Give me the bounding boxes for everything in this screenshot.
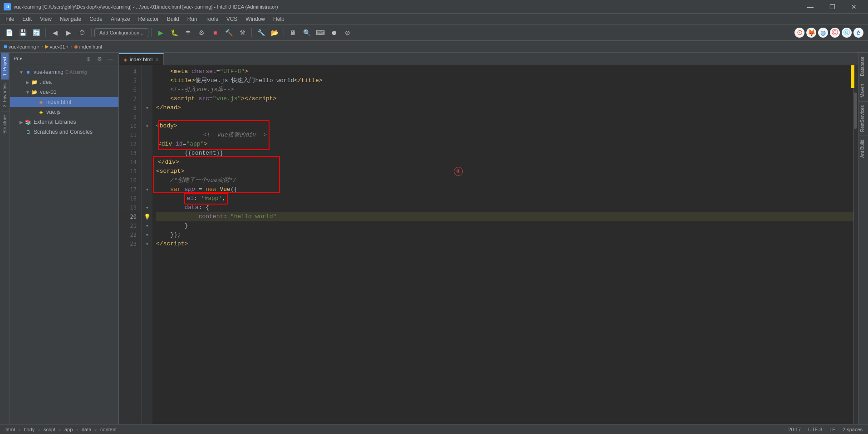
tree-item-idea[interactable]: ▶ 📁 .idea — [10, 77, 118, 87]
terminal2-button[interactable]: ⌨ — [314, 26, 327, 39]
menu-view[interactable]: View — [36, 15, 55, 23]
status-encoding[interactable]: UTF-8 — [806, 427, 824, 432]
fold-arrow-23[interactable]: ▾ — [146, 242, 148, 246]
scroll-thumb[interactable] — [853, 93, 857, 129]
favorites-panel-tab[interactable]: 2: Favorites — [1, 79, 9, 111]
fold-arrow-17[interactable]: ▾ — [146, 187, 148, 192]
firefox-icon[interactable]: 🦊 — [806, 28, 816, 38]
gutter-19[interactable]: ▾ — [142, 203, 152, 212]
no-entry-button[interactable]: ⊘ — [341, 26, 354, 39]
nav-file[interactable]: ◈ index.html — [74, 44, 102, 50]
settings-button[interactable]: 🔧 — [255, 26, 267, 39]
gutter-10[interactable]: ▾ — [142, 122, 152, 131]
run-config-button[interactable]: ⚙ — [195, 26, 208, 39]
status-content[interactable]: content — [98, 427, 118, 432]
status-script[interactable]: script — [42, 427, 57, 432]
status-data[interactable]: data — [80, 427, 93, 432]
forward-button[interactable]: ▶ — [62, 26, 75, 39]
build2-button[interactable]: ⚒ — [236, 26, 249, 39]
maven-panel-tab[interactable]: Maven — [858, 80, 868, 101]
sidebar-collapse-button[interactable]: — — [106, 54, 115, 63]
tree-item-root[interactable]: ▼ ■ vue-learning C:\Users\g — [10, 67, 118, 77]
menu-refactor[interactable]: Refactor — [135, 15, 162, 23]
tree-arrow-libs[interactable]: ▶ — [18, 120, 25, 125]
chrome-icon[interactable]: ⊙ — [794, 28, 804, 38]
fold-arrow-10[interactable]: ▾ — [146, 124, 148, 128]
nav-folder[interactable]: ▶ vue-01 ▾ — [45, 44, 69, 49]
stop-button[interactable]: ■ — [209, 26, 221, 39]
tree-arrow-idea[interactable]: ▶ — [25, 80, 31, 85]
menu-run[interactable]: Run — [184, 15, 201, 23]
recent-files-button[interactable]: ⏱ — [76, 26, 88, 39]
menu-vcs[interactable]: VCS — [223, 15, 241, 23]
menu-help[interactable]: Help — [270, 15, 288, 23]
scrollbar[interactable] — [853, 65, 858, 424]
sidebar-settings-button[interactable]: ⚙ — [95, 54, 104, 63]
fold-arrow-22[interactable]: ▾ — [146, 233, 148, 237]
code-content[interactable]: <meta charset="UTF-8"> <title>使用vue.js 快… — [152, 65, 858, 424]
status-html[interactable]: html — [4, 427, 17, 432]
menu-analyze[interactable]: Analyze — [107, 15, 134, 23]
menu-build[interactable]: Build — [163, 15, 183, 23]
status-body[interactable]: body — [22, 427, 36, 432]
open-folder-button[interactable]: 📂 — [268, 26, 281, 39]
tree-item-index-html[interactable]: ▶ ◈ index.html — [10, 97, 118, 107]
tab-index-html[interactable]: ◈ index.html ✕ — [119, 53, 164, 65]
menu-navigate[interactable]: Navigate — [56, 15, 85, 23]
gutter-17[interactable]: ▾ — [142, 185, 152, 194]
record-button[interactable]: ⏺ — [328, 26, 340, 39]
ie-icon[interactable]: ⓔ — [842, 28, 852, 38]
gutter-8[interactable]: ▾ — [142, 103, 152, 112]
opera-icon[interactable]: Ⓞ — [830, 28, 840, 38]
tree-arrow-vue01[interactable]: ▼ — [25, 90, 31, 95]
project-panel-tab[interactable]: 1: Project — [1, 53, 9, 79]
build-button[interactable]: 🔨 — [222, 26, 235, 39]
minimize-button[interactable]: — — [800, 0, 821, 14]
nav-project[interactable]: ■ vue-learning ▾ — [4, 43, 39, 50]
database-panel-tab[interactable]: Database — [858, 53, 868, 80]
gutter-21[interactable]: ▾ — [142, 221, 152, 230]
back-button[interactable]: ◀ — [49, 26, 61, 39]
menu-code[interactable]: Code — [86, 15, 106, 23]
nav-project-dropdown[interactable]: ▾ — [37, 44, 39, 49]
ant-build-panel-tab[interactable]: Ant Build — [858, 136, 868, 161]
close-button[interactable]: ✕ — [843, 0, 864, 14]
status-lf[interactable]: LF — [828, 427, 837, 432]
sync-button[interactable]: 🔄 — [30, 26, 43, 39]
structure-panel-tab[interactable]: Structure — [1, 111, 9, 137]
gutter-23[interactable]: ▾ — [142, 239, 152, 249]
tree-item-vue01[interactable]: ▼ 📂 vue-01 — [10, 87, 118, 97]
menu-file[interactable]: File — [2, 15, 18, 23]
status-line-col[interactable]: 20:17 — [786, 427, 803, 432]
terminal-button[interactable]: 🖥 — [287, 26, 299, 39]
tab-close-button[interactable]: ✕ — [155, 57, 159, 62]
menu-edit[interactable]: Edit — [19, 15, 35, 23]
run-with-coverage-button[interactable]: ☂ — [181, 26, 194, 39]
tree-item-vue-js[interactable]: ▶ ◈ vue.js — [10, 107, 118, 117]
fold-arrow-8[interactable]: ▾ — [146, 106, 148, 110]
edge-icon[interactable]: ◍ — [818, 28, 828, 38]
menu-tools[interactable]: Tools — [202, 15, 222, 23]
add-configuration-button[interactable]: Add Configuration... — [94, 28, 148, 37]
tree-item-scratches[interactable]: ▶ 🗒 Scratches and Consoles — [10, 127, 118, 137]
debug-button[interactable]: 🐛 — [168, 26, 181, 39]
tree-item-external-libs[interactable]: ▶ 📚 External Libraries — [10, 117, 118, 127]
gutter-20[interactable]: 💡 — [142, 212, 152, 221]
tree-arrow-root[interactable]: ▼ — [18, 70, 25, 75]
save-button[interactable]: 💾 — [16, 26, 29, 39]
status-app[interactable]: app — [63, 427, 74, 432]
search-button[interactable]: 🔍 — [300, 26, 313, 39]
run-button[interactable]: ▶ — [154, 26, 167, 39]
bulb-icon-20[interactable]: 💡 — [144, 214, 151, 220]
gutter-22[interactable]: ▾ — [142, 230, 152, 239]
edge2-icon[interactable]: ė — [853, 28, 863, 38]
fold-arrow-21[interactable]: ▾ — [146, 224, 148, 228]
rest-services-panel-tab[interactable]: RestServices — [858, 101, 868, 136]
sidebar-gear-button[interactable]: ⊕ — [84, 54, 93, 63]
nav-folder-dropdown[interactable]: ▾ — [66, 44, 69, 49]
fold-arrow-19[interactable]: ▾ — [146, 205, 148, 210]
new-file-button[interactable]: 📄 — [3, 26, 15, 39]
status-indent[interactable]: 2 spaces — [841, 427, 864, 432]
menu-window[interactable]: Window — [242, 15, 269, 23]
maximize-button[interactable]: ❐ — [822, 0, 843, 14]
